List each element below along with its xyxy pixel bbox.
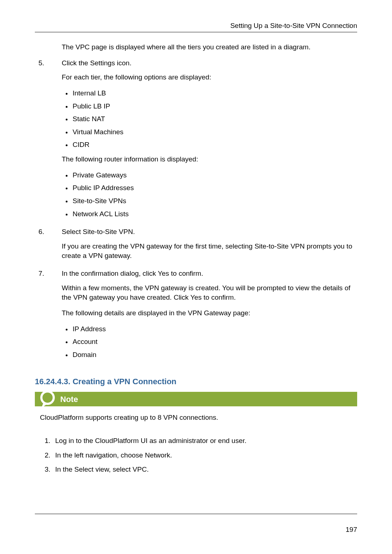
note-body: CloudPlatform supports creating up to 8 … xyxy=(35,406,357,430)
list-item: CIDR xyxy=(72,140,357,149)
router-info-list: Private Gateways Public IP Addresses Sit… xyxy=(62,171,357,219)
step-marker: 5. xyxy=(35,58,57,223)
list-item: Private Gateways xyxy=(72,171,357,180)
step-lead: In the confirmation dialog, click Yes to… xyxy=(62,269,357,278)
step-para: Within a few moments, the VPN gateway is… xyxy=(62,283,357,302)
list-item: Public LB IP xyxy=(72,102,357,111)
step-lead: Log in to the CloudPlatform UI as an adm… xyxy=(55,437,246,444)
step-para: The following router information is disp… xyxy=(62,155,357,164)
page-content: The VPC page is displayed where all the … xyxy=(35,42,357,474)
running-header: Setting Up a Site-to-Site VPN Connection xyxy=(35,22,357,32)
step-para: For each tier, the following options are… xyxy=(62,73,357,82)
vpn-gateway-details-list: IP Address Account Domain xyxy=(62,324,357,360)
step-marker: 6. xyxy=(35,227,57,267)
step-body: In the confirmation dialog, click Yes to… xyxy=(57,269,357,364)
list-item: Domain xyxy=(72,350,357,360)
footer-rule xyxy=(35,514,357,514)
step-lead: Click the Settings icon. xyxy=(62,58,357,68)
svg-point-0 xyxy=(41,391,54,404)
continuation-paragraph: The VPC page is displayed where all the … xyxy=(62,42,357,52)
page-container: Setting Up a Site-to-Site VPN Connection… xyxy=(0,0,392,554)
list-item: Public IP Addresses xyxy=(72,183,357,193)
list-item: Network ACL Lists xyxy=(72,209,357,219)
step-body: Click the Settings icon. For each tier, … xyxy=(57,58,357,223)
list-item: Virtual Machines xyxy=(72,127,357,137)
step-b-2: In the left navigation, choose Network. xyxy=(52,451,357,460)
list-item: Static NAT xyxy=(72,114,357,124)
note-label: Note xyxy=(60,394,78,405)
step-para: The following details are displayed in t… xyxy=(62,308,357,318)
step-b-3: In the Select view, select VPC. xyxy=(52,465,357,474)
list-item: IP Address xyxy=(72,324,357,334)
step-b-1: Log in to the CloudPlatform UI as an adm… xyxy=(52,436,357,446)
step-lead: Select Site-to-Site VPN. xyxy=(62,227,357,237)
step-lead: In the left navigation, choose Network. xyxy=(55,451,172,459)
speech-bubble-icon xyxy=(38,390,57,409)
note-admonition: Note CloudPlatform supports creating up … xyxy=(35,392,357,430)
step-7: 7. In the confirmation dialog, click Yes… xyxy=(35,269,357,364)
step-lead: In the Select view, select VPC. xyxy=(55,465,149,473)
note-header: Note xyxy=(35,392,357,406)
step-para: If you are creating the VPN gateway for … xyxy=(62,242,357,260)
step-marker: 7. xyxy=(35,269,57,364)
list-item: Account xyxy=(72,337,357,346)
page-number: 197 xyxy=(346,526,357,534)
list-item: Internal LB xyxy=(72,89,357,98)
subheading-creating-vpn-connection: 16.24.4.3. Creating a VPN Connection xyxy=(35,376,357,387)
steps-list-b: Log in to the CloudPlatform UI as an adm… xyxy=(35,436,357,474)
step-body: Select Site-to-Site VPN. If you are crea… xyxy=(57,227,357,267)
list-item: Site-to-Site VPNs xyxy=(72,196,357,206)
step-6: 6. Select Site-to-Site VPN. If you are c… xyxy=(35,227,357,267)
step-5: 5. Click the Settings icon. For each tie… xyxy=(35,58,357,223)
tier-options-list: Internal LB Public LB IP Static NAT Virt… xyxy=(62,89,357,149)
